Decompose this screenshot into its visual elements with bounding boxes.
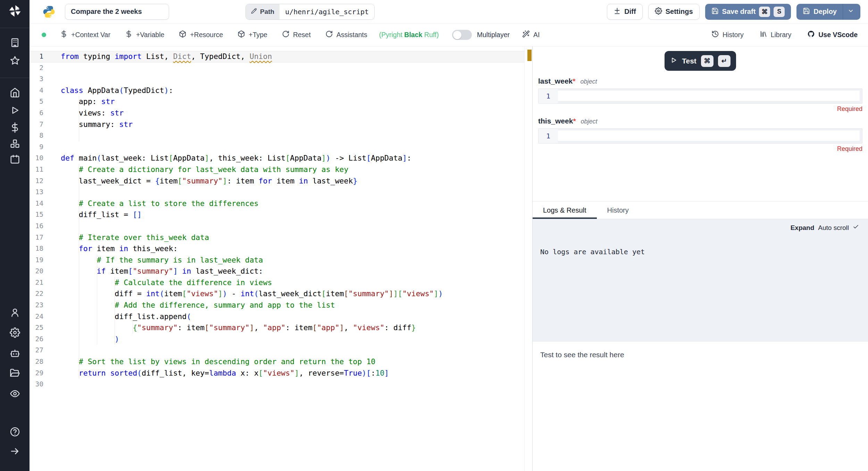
code-line[interactable]: 26 ) [30, 334, 524, 345]
line-number: 22 [30, 288, 43, 300]
toolbar-left-items: +Context Var+Variable+Resource+TypeReset… [60, 30, 367, 40]
arg-input-last_week[interactable]: 1 [538, 88, 862, 104]
code-line[interactable]: 14 # Create a list to store the differen… [30, 198, 524, 209]
code-line[interactable]: 17 # Iterate over this_week data [30, 232, 524, 243]
code-line[interactable]: 15 diff_list = [] [30, 209, 524, 221]
line-number: 24 [30, 311, 43, 323]
code-line[interactable]: 25 {"summary": item["summary"], "app": i… [30, 322, 524, 334]
arg-name: last_week [538, 77, 573, 85]
code-line[interactable]: 21 # Calculate the difference in views [30, 277, 524, 289]
code-line[interactable]: 22 diff = int(item["views"]) - int(last_… [30, 288, 524, 300]
save-draft-button[interactable]: Save draft ⌘ S [705, 4, 791, 20]
sidebar-item-boxes[interactable] [10, 138, 20, 149]
code-line[interactable]: 29 return sorted(diff_list, key=lambda x… [30, 368, 524, 379]
code-line[interactable]: 9 [30, 142, 524, 153]
package-icon [179, 30, 186, 40]
code-line[interactable]: 6 views: str [30, 108, 524, 119]
line-number: 17 [30, 232, 43, 243]
code-editor[interactable]: 1from typing import List, Dict, TypedDic… [30, 46, 532, 471]
path-field[interactable]: Path u/henri/agile_script [245, 4, 375, 20]
code-line[interactable]: 16 [30, 221, 524, 232]
diff-button[interactable]: Diff [607, 4, 642, 20]
code-line[interactable]: 10def main(last_week: List[AppData], thi… [30, 153, 524, 164]
dollar-icon [10, 128, 20, 134]
sidebar-item-home[interactable] [10, 87, 20, 98]
toolbar-ai-button[interactable]: AI [522, 30, 540, 40]
sidebar-item-gear[interactable] [10, 327, 20, 338]
tab-logs-result[interactable]: Logs & Result [533, 202, 597, 219]
sidebar-item-folder-open[interactable] [10, 368, 20, 378]
tab-history[interactable]: History [597, 202, 639, 219]
diff-icon [614, 7, 621, 16]
line-number: 10 [30, 153, 43, 164]
linter-status[interactable]: (Pyright Black Ruff) [379, 31, 439, 39]
code-line[interactable]: 5 app: str [30, 96, 524, 108]
indent-guide [97, 255, 97, 266]
arg-input-content[interactable] [558, 130, 860, 141]
settings-button[interactable]: Settings [648, 4, 700, 20]
code-line[interactable]: 18 for item in this_week: [30, 243, 524, 255]
sidebar-item-arrow-right[interactable] [10, 446, 20, 456]
toolbar-reset-button[interactable]: Reset [282, 30, 311, 40]
sidebar-item-help[interactable] [10, 427, 20, 437]
sidebar-item-bot[interactable] [10, 348, 20, 358]
multiplayer-toggle[interactable] [452, 30, 472, 40]
sidebar-item-play[interactable] [10, 105, 20, 115]
code-line[interactable]: 30 [30, 379, 524, 390]
sidebar-item-eye[interactable] [10, 388, 20, 399]
autoscroll-label[interactable]: Auto scroll [818, 224, 849, 232]
toolbar-assistants-button[interactable]: Assistants [325, 30, 367, 40]
toolbar-history-button[interactable]: History [711, 30, 744, 40]
expand-button[interactable]: Expand [791, 224, 815, 232]
deploy-button[interactable]: Deploy [796, 4, 860, 20]
code-line[interactable]: 13 [30, 187, 524, 198]
script-title-input[interactable] [65, 4, 169, 20]
path-value[interactable]: u/henri/agile_script [279, 4, 374, 19]
indent-guide [79, 368, 79, 379]
rotate-icon [282, 30, 290, 40]
required-badge: Required [538, 105, 862, 113]
code-line[interactable]: 24 diff_list.append( [30, 311, 524, 323]
code-line[interactable]: 19 # If the summary is in last_week data [30, 255, 524, 266]
windmill-logo-icon[interactable] [7, 3, 23, 20]
sidebar-item-building[interactable] [10, 37, 20, 48]
code-line[interactable]: 2 [30, 62, 524, 74]
code-line[interactable]: 28 # Sort the list by views in descendin… [30, 356, 524, 368]
package-icon [237, 30, 245, 40]
indent-guide [79, 130, 79, 142]
sidebar-item-calendar[interactable] [10, 154, 20, 164]
code-line[interactable]: 11 # Create a dictionary for last_week d… [30, 164, 524, 175]
code-line[interactable]: 8 [30, 130, 524, 142]
code-line[interactable]: 3 [30, 74, 524, 85]
toolbar-library-button[interactable]: Library [760, 30, 792, 40]
test-button[interactable]: Test ⌘ ↵ [665, 51, 736, 71]
line-number: 15 [30, 209, 43, 221]
arg-input-this_week[interactable]: 1 [538, 128, 862, 144]
chevron-down-icon[interactable] [848, 8, 854, 16]
code-line[interactable]: 7 summary: str [30, 119, 524, 130]
code-line[interactable]: 1from typing import List, Dict, TypedDic… [30, 51, 524, 62]
code-line[interactable]: 23 # Add the difference, summary and app… [30, 300, 524, 311]
folder-open-icon [10, 374, 20, 379]
toolbar-add-type-button[interactable]: +Type [237, 30, 267, 40]
toolbar-add-context-var-button[interactable]: +Context Var [60, 30, 110, 40]
code-line[interactable]: 20 if item["summary"] in last_week_dict: [30, 266, 524, 277]
code-line[interactable]: 4class AppData(TypedDict): [30, 85, 524, 96]
sidebar-item-user[interactable] [10, 307, 20, 318]
toolbar-add-variable-button[interactable]: +Variable [125, 30, 165, 40]
sidebar-divider [0, 28, 30, 28]
code-line[interactable]: 12 last_week_dict = {item["summary"]: it… [30, 175, 524, 187]
code-line[interactable]: 27 [30, 345, 524, 356]
indent-guide [79, 108, 79, 119]
path-label: Path [260, 8, 274, 16]
history-icon [711, 30, 719, 40]
line-number: 23 [30, 300, 43, 311]
indent-guide [79, 164, 79, 175]
toolbar-use-vscode-button[interactable]: Use VScode [807, 30, 858, 40]
toolbar-add-resource-button[interactable]: +Resource [179, 30, 223, 40]
indent-guide [79, 175, 79, 187]
sidebar-item-star[interactable] [10, 55, 20, 66]
arg-input-content[interactable] [558, 91, 860, 101]
sidebar-item-dollar[interactable] [10, 122, 20, 133]
check-icon[interactable] [853, 224, 859, 232]
